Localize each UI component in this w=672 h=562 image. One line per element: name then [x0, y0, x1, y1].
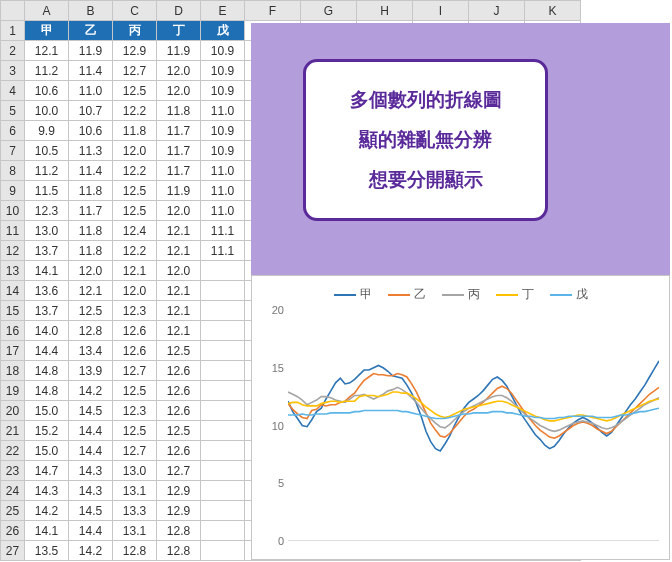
- row-header[interactable]: 6: [1, 121, 25, 141]
- row-header[interactable]: 7: [1, 141, 25, 161]
- data-cell[interactable]: 12.6: [113, 321, 157, 341]
- column-header[interactable]: J: [469, 1, 525, 21]
- data-header-cell[interactable]: 戊: [201, 21, 245, 41]
- data-cell[interactable]: 11.3: [69, 141, 113, 161]
- data-cell[interactable]: 12.8: [157, 521, 201, 541]
- column-header[interactable]: H: [357, 1, 413, 21]
- data-cell[interactable]: 12.5: [157, 341, 201, 361]
- data-cell[interactable]: 12.0: [69, 261, 113, 281]
- data-cell[interactable]: 14.1: [25, 521, 69, 541]
- data-cell[interactable]: 11.1: [201, 241, 245, 261]
- row-header[interactable]: 2: [1, 41, 25, 61]
- data-cell[interactable]: 11.0: [69, 81, 113, 101]
- data-cell[interactable]: 12.0: [157, 201, 201, 221]
- column-header[interactable]: F: [245, 1, 301, 21]
- data-cell[interactable]: 13.1: [113, 481, 157, 501]
- data-cell[interactable]: 11.7: [69, 201, 113, 221]
- data-cell[interactable]: 11.7: [157, 121, 201, 141]
- row-header[interactable]: 12: [1, 241, 25, 261]
- data-cell[interactable]: 12.0: [157, 261, 201, 281]
- data-cell[interactable]: 13.4: [69, 341, 113, 361]
- data-header-cell[interactable]: 丁: [157, 21, 201, 41]
- data-cell[interactable]: 12.2: [113, 101, 157, 121]
- data-cell[interactable]: 12.1: [157, 281, 201, 301]
- data-cell[interactable]: 11.9: [157, 181, 201, 201]
- row-header[interactable]: 25: [1, 501, 25, 521]
- data-cell[interactable]: 14.2: [69, 541, 113, 561]
- data-cell[interactable]: 10.9: [201, 81, 245, 101]
- data-cell[interactable]: 11.2: [25, 161, 69, 181]
- data-cell[interactable]: 13.7: [25, 301, 69, 321]
- data-cell[interactable]: 10.6: [25, 81, 69, 101]
- data-cell[interactable]: 13.1: [113, 521, 157, 541]
- data-cell[interactable]: 14.0: [25, 321, 69, 341]
- row-header[interactable]: 23: [1, 461, 25, 481]
- data-cell[interactable]: [201, 261, 245, 281]
- data-cell[interactable]: [201, 321, 245, 341]
- data-cell[interactable]: 12.8: [157, 541, 201, 561]
- data-cell[interactable]: 12.7: [113, 361, 157, 381]
- column-header[interactable]: E: [201, 1, 245, 21]
- data-cell[interactable]: 13.5: [25, 541, 69, 561]
- callout-box[interactable]: 多個數列的折線圖 顯的雜亂無分辨 想要分開顯示: [303, 59, 548, 221]
- data-cell[interactable]: 11.4: [69, 161, 113, 181]
- data-cell[interactable]: 13.0: [25, 221, 69, 241]
- data-cell[interactable]: 12.3: [25, 201, 69, 221]
- data-cell[interactable]: 12.6: [157, 441, 201, 461]
- data-cell[interactable]: 12.7: [157, 461, 201, 481]
- data-cell[interactable]: [201, 521, 245, 541]
- chart-container[interactable]: 甲乙丙丁戊 05101520: [251, 275, 670, 560]
- data-cell[interactable]: 12.5: [113, 421, 157, 441]
- data-cell[interactable]: 12.6: [157, 401, 201, 421]
- data-cell[interactable]: 14.5: [69, 501, 113, 521]
- data-cell[interactable]: 14.1: [25, 261, 69, 281]
- data-cell[interactable]: 13.6: [25, 281, 69, 301]
- data-cell[interactable]: 11.2: [25, 61, 69, 81]
- data-cell[interactable]: 14.2: [69, 381, 113, 401]
- data-header-cell[interactable]: 乙: [69, 21, 113, 41]
- data-cell[interactable]: 15.2: [25, 421, 69, 441]
- data-cell[interactable]: 14.5: [69, 401, 113, 421]
- data-cell[interactable]: [201, 281, 245, 301]
- data-cell[interactable]: 12.1: [157, 241, 201, 261]
- data-cell[interactable]: 12.8: [113, 541, 157, 561]
- data-cell[interactable]: 12.7: [113, 441, 157, 461]
- row-header[interactable]: 13: [1, 261, 25, 281]
- data-cell[interactable]: [201, 481, 245, 501]
- row-header[interactable]: 22: [1, 441, 25, 461]
- data-cell[interactable]: [201, 301, 245, 321]
- data-cell[interactable]: 11.8: [113, 121, 157, 141]
- data-cell[interactable]: 11.7: [157, 141, 201, 161]
- data-cell[interactable]: 12.5: [157, 421, 201, 441]
- data-cell[interactable]: 15.0: [25, 441, 69, 461]
- data-cell[interactable]: 10.0: [25, 101, 69, 121]
- data-cell[interactable]: 12.4: [113, 221, 157, 241]
- data-cell[interactable]: 13.0: [113, 461, 157, 481]
- row-header[interactable]: 27: [1, 541, 25, 561]
- data-cell[interactable]: 13.3: [113, 501, 157, 521]
- data-cell[interactable]: 14.4: [25, 341, 69, 361]
- data-cell[interactable]: 10.9: [201, 61, 245, 81]
- row-header[interactable]: 16: [1, 321, 25, 341]
- data-cell[interactable]: 11.1: [201, 221, 245, 241]
- row-header[interactable]: 9: [1, 181, 25, 201]
- data-cell[interactable]: 12.3: [113, 301, 157, 321]
- data-cell[interactable]: 14.4: [69, 441, 113, 461]
- data-cell[interactable]: 11.0: [201, 181, 245, 201]
- data-cell[interactable]: 12.2: [113, 241, 157, 261]
- column-header[interactable]: B: [69, 1, 113, 21]
- data-cell[interactable]: 11.8: [69, 181, 113, 201]
- data-header-cell[interactable]: 丙: [113, 21, 157, 41]
- data-cell[interactable]: 11.7: [157, 161, 201, 181]
- data-cell[interactable]: 12.9: [157, 501, 201, 521]
- data-cell[interactable]: [201, 541, 245, 561]
- row-header[interactable]: 5: [1, 101, 25, 121]
- data-cell[interactable]: 12.6: [113, 341, 157, 361]
- data-cell[interactable]: [201, 441, 245, 461]
- data-cell[interactable]: 13.9: [69, 361, 113, 381]
- data-cell[interactable]: 9.9: [25, 121, 69, 141]
- data-cell[interactable]: 14.8: [25, 361, 69, 381]
- row-header[interactable]: 17: [1, 341, 25, 361]
- data-cell[interactable]: 12.3: [113, 401, 157, 421]
- row-header[interactable]: 3: [1, 61, 25, 81]
